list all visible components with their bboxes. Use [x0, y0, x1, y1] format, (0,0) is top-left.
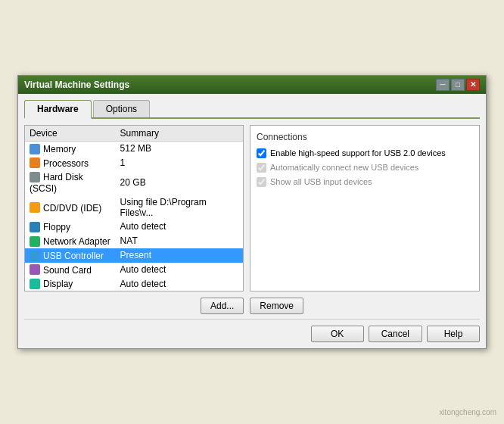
device-summary-cell: Using file D:\Program Files\v... — [116, 195, 243, 220]
connections-panel: Connections Enable high-speed support fo… — [250, 125, 480, 292]
window-title: Virtual Machine Settings — [24, 80, 129, 90]
device-name-text: Network Adapter — [43, 236, 110, 247]
checkbox-label-usb20: Enable high-speed support for USB 2.0 de… — [270, 148, 446, 157]
ok-button[interactable]: OK — [311, 326, 364, 342]
device-name-cell: Display — [25, 276, 116, 291]
table-row[interactable]: DisplayAuto detect — [25, 276, 243, 291]
col-summary: Summary — [116, 126, 243, 142]
device-summary-cell: 1 — [116, 156, 243, 170]
table-row[interactable]: Memory512 MB — [25, 141, 243, 155]
table-row[interactable]: Sound CardAuto detect — [25, 263, 243, 277]
device-icon — [30, 264, 40, 275]
device-icon — [30, 202, 40, 213]
footer-buttons: OK Cancel Help — [24, 319, 480, 342]
device-name-text: CD/DVD (IDE) — [43, 202, 101, 213]
table-row[interactable]: CD/DVD (IDE)Using file D:\Program Files\… — [25, 195, 243, 220]
device-name-text: USB Controller — [43, 251, 104, 261]
device-name-cell: USB Controller — [25, 248, 116, 263]
device-panel: Device Summary Memory512 MBProcessors1Ha… — [24, 125, 244, 292]
add-button[interactable]: Add... — [201, 298, 244, 314]
checkboxes-container: Enable high-speed support for USB 2.0 de… — [257, 148, 473, 187]
checkbox-item: Show all USB input devices — [257, 177, 473, 187]
checkbox-usb20[interactable] — [257, 148, 266, 158]
tab-bar: Hardware Options — [24, 100, 480, 119]
device-summary-cell: 512 MB — [116, 141, 243, 155]
device-summary-cell: NAT — [116, 234, 243, 248]
device-name-text: Processors — [43, 157, 89, 168]
checkbox-label-autoconnect: Automatically connect new USB devices — [270, 163, 418, 172]
device-name-text: Display — [43, 279, 73, 289]
device-name-cell: Sound Card — [25, 263, 116, 277]
table-row[interactable]: Hard Disk (SCSI)20 GB — [25, 170, 243, 195]
checkbox-label-showall: Show all USB input devices — [270, 177, 372, 186]
device-icon — [30, 144, 40, 154]
table-row[interactable]: USB ControllerPresent — [25, 248, 243, 263]
device-name-cell: Network Adapter — [25, 234, 116, 248]
device-name-text: Floppy — [43, 222, 70, 232]
minimize-button[interactable]: ─ — [436, 79, 450, 91]
device-icon — [30, 222, 40, 232]
device-name-cell: Floppy — [25, 220, 116, 234]
device-name-cell: CD/DVD (IDE) — [25, 195, 116, 220]
checkbox-autoconnect — [257, 163, 266, 173]
close-button[interactable]: ✕ — [466, 79, 480, 91]
device-summary-cell: 20 GB — [116, 170, 243, 195]
checkbox-item[interactable]: Enable high-speed support for USB 2.0 de… — [257, 148, 473, 158]
table-header-row: Device Summary — [25, 126, 243, 142]
cancel-button[interactable]: Cancel — [369, 326, 422, 342]
device-name-cell: Memory — [25, 141, 116, 155]
help-button[interactable]: Help — [427, 326, 480, 342]
watermark: xitongcheng.com — [439, 408, 496, 416]
device-icon — [30, 157, 40, 168]
title-bar: Virtual Machine Settings ─ □ ✕ — [18, 76, 486, 94]
device-summary-cell: Auto detect — [116, 263, 243, 277]
col-device: Device — [25, 126, 116, 142]
device-name-cell: Processors — [25, 156, 116, 170]
device-icon — [30, 279, 40, 289]
device-name-text: Sound Card — [43, 264, 92, 275]
device-table: Device Summary Memory512 MBProcessors1Ha… — [25, 126, 243, 291]
table-row[interactable]: Network AdapterNAT — [25, 234, 243, 248]
tab-hardware[interactable]: Hardware — [24, 100, 92, 119]
maximize-button[interactable]: □ — [451, 79, 465, 91]
tab-options[interactable]: Options — [93, 100, 150, 117]
checkbox-showall — [257, 177, 266, 187]
device-name-text: Memory — [43, 144, 76, 154]
connections-title: Connections — [257, 132, 473, 142]
table-row[interactable]: FloppyAuto detect — [25, 220, 243, 234]
bottom-area: Add... Remove OK Cancel Help — [24, 298, 480, 342]
device-summary-cell: Auto detect — [116, 220, 243, 234]
device-action-buttons: Add... Remove — [24, 298, 480, 314]
device-icon — [30, 251, 40, 261]
remove-button[interactable]: Remove — [250, 298, 303, 314]
checkbox-item: Automatically connect new USB devices — [257, 163, 473, 173]
window-body: Hardware Options Device Summary Memory51… — [18, 94, 486, 348]
virtual-machine-settings-window: Virtual Machine Settings ─ □ ✕ Hardware … — [17, 75, 487, 349]
main-content: Device Summary Memory512 MBProcessors1Ha… — [24, 125, 480, 292]
device-summary-cell: Auto detect — [116, 276, 243, 291]
device-icon — [30, 172, 40, 182]
title-bar-buttons: ─ □ ✕ — [436, 79, 480, 91]
device-icon — [30, 236, 40, 247]
device-summary-cell: Present — [116, 248, 243, 263]
table-row[interactable]: Processors1 — [25, 156, 243, 170]
device-name-cell: Hard Disk (SCSI) — [25, 170, 116, 195]
